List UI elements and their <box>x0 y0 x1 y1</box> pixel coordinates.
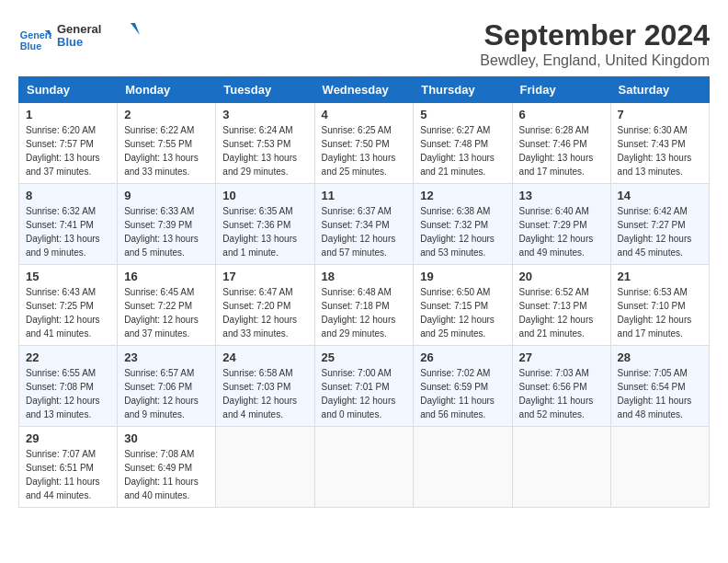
day-info: Sunrise: 6:32 AM Sunset: 7:41 PM Dayligh… <box>26 204 110 259</box>
page-header: General Blue General Blue September 2024… <box>18 18 710 69</box>
week-row-2: 8 Sunrise: 6:32 AM Sunset: 7:41 PM Dayli… <box>19 184 710 265</box>
day-info: Sunrise: 6:48 AM Sunset: 7:18 PM Dayligh… <box>322 285 407 340</box>
logo: General Blue General Blue <box>18 18 140 59</box>
day-info: Sunrise: 6:22 AM Sunset: 7:55 PM Dayligh… <box>124 123 209 178</box>
col-tuesday: Tuesday <box>216 77 314 103</box>
day-number: 5 <box>420 108 505 121</box>
day-number: 11 <box>322 189 407 202</box>
day-info: Sunrise: 6:35 AM Sunset: 7:36 PM Dayligh… <box>222 204 307 259</box>
table-row <box>414 427 512 508</box>
day-info: Sunrise: 6:52 AM Sunset: 7:13 PM Dayligh… <box>519 285 604 340</box>
day-number: 23 <box>124 350 209 364</box>
day-number: 9 <box>124 189 209 202</box>
day-info: Sunrise: 6:45 AM Sunset: 7:22 PM Dayligh… <box>124 285 209 340</box>
day-info: Sunrise: 6:50 AM Sunset: 7:15 PM Dayligh… <box>420 285 505 340</box>
table-row: 19 Sunrise: 6:50 AM Sunset: 7:15 PM Dayl… <box>414 265 512 346</box>
calendar-table: Sunday Monday Tuesday Wednesday Thursday… <box>18 76 710 508</box>
week-row-5: 29 Sunrise: 7:07 AM Sunset: 6:51 PM Dayl… <box>19 427 710 508</box>
table-row: 14 Sunrise: 6:42 AM Sunset: 7:27 PM Dayl… <box>610 184 709 265</box>
day-number: 3 <box>222 108 307 121</box>
table-row: 12 Sunrise: 6:38 AM Sunset: 7:32 PM Dayl… <box>414 184 512 265</box>
day-number: 27 <box>519 350 604 364</box>
col-thursday: Thursday <box>414 77 512 103</box>
table-row: 8 Sunrise: 6:32 AM Sunset: 7:41 PM Dayli… <box>19 184 118 265</box>
col-monday: Monday <box>118 77 216 103</box>
day-number: 16 <box>124 270 209 283</box>
table-row: 6 Sunrise: 6:28 AM Sunset: 7:46 PM Dayli… <box>512 103 610 184</box>
day-info: Sunrise: 7:00 AM Sunset: 7:01 PM Dayligh… <box>322 366 407 421</box>
table-row: 3 Sunrise: 6:24 AM Sunset: 7:53 PM Dayli… <box>216 103 314 184</box>
day-number: 21 <box>618 270 702 283</box>
day-number: 19 <box>420 270 505 283</box>
svg-text:General: General <box>57 22 101 36</box>
day-info: Sunrise: 6:47 AM Sunset: 7:20 PM Dayligh… <box>222 285 307 340</box>
day-number: 8 <box>26 189 110 202</box>
day-number: 6 <box>519 108 604 121</box>
week-row-4: 22 Sunrise: 6:55 AM Sunset: 7:08 PM Dayl… <box>19 346 710 427</box>
day-number: 22 <box>26 350 110 364</box>
day-number: 30 <box>124 431 209 445</box>
table-row: 22 Sunrise: 6:55 AM Sunset: 7:08 PM Dayl… <box>19 346 118 427</box>
day-info: Sunrise: 7:05 AM Sunset: 6:54 PM Dayligh… <box>618 366 702 421</box>
svg-text:Blue: Blue <box>57 35 83 49</box>
table-row: 10 Sunrise: 6:35 AM Sunset: 7:36 PM Dayl… <box>216 184 314 265</box>
table-row: 29 Sunrise: 7:07 AM Sunset: 6:51 PM Dayl… <box>19 427 118 508</box>
table-row: 7 Sunrise: 6:30 AM Sunset: 7:43 PM Dayli… <box>610 103 709 184</box>
day-info: Sunrise: 6:42 AM Sunset: 7:27 PM Dayligh… <box>618 204 702 259</box>
day-info: Sunrise: 6:37 AM Sunset: 7:34 PM Dayligh… <box>322 204 407 259</box>
table-row: 21 Sunrise: 6:53 AM Sunset: 7:10 PM Dayl… <box>610 265 709 346</box>
title-block: September 2024 Bewdley, England, United … <box>480 18 710 69</box>
table-row: 20 Sunrise: 6:52 AM Sunset: 7:13 PM Dayl… <box>512 265 610 346</box>
table-row: 1 Sunrise: 6:20 AM Sunset: 7:57 PM Dayli… <box>19 103 118 184</box>
col-saturday: Saturday <box>610 77 709 103</box>
day-info: Sunrise: 7:02 AM Sunset: 6:59 PM Dayligh… <box>420 366 505 421</box>
day-number: 25 <box>322 350 407 364</box>
table-row: 28 Sunrise: 7:05 AM Sunset: 6:54 PM Dayl… <box>610 346 709 427</box>
table-row: 17 Sunrise: 6:47 AM Sunset: 7:20 PM Dayl… <box>216 265 314 346</box>
svg-marker-5 <box>131 23 140 35</box>
day-number: 4 <box>322 108 407 121</box>
table-row <box>314 427 414 508</box>
table-row: 27 Sunrise: 7:03 AM Sunset: 6:56 PM Dayl… <box>512 346 610 427</box>
week-row-1: 1 Sunrise: 6:20 AM Sunset: 7:57 PM Dayli… <box>19 103 710 184</box>
day-number: 28 <box>618 350 702 364</box>
day-number: 12 <box>420 189 505 202</box>
day-number: 14 <box>618 189 702 202</box>
table-row: 9 Sunrise: 6:33 AM Sunset: 7:39 PM Dayli… <box>118 184 216 265</box>
table-row: 15 Sunrise: 6:43 AM Sunset: 7:25 PM Dayl… <box>19 265 118 346</box>
week-row-3: 15 Sunrise: 6:43 AM Sunset: 7:25 PM Dayl… <box>19 265 710 346</box>
day-number: 15 <box>26 270 110 283</box>
table-row: 18 Sunrise: 6:48 AM Sunset: 7:18 PM Dayl… <box>314 265 414 346</box>
table-row: 13 Sunrise: 6:40 AM Sunset: 7:29 PM Dayl… <box>512 184 610 265</box>
day-number: 1 <box>26 108 110 121</box>
day-info: Sunrise: 6:53 AM Sunset: 7:10 PM Dayligh… <box>618 285 702 340</box>
day-info: Sunrise: 6:57 AM Sunset: 7:06 PM Dayligh… <box>124 366 209 421</box>
day-info: Sunrise: 6:30 AM Sunset: 7:43 PM Dayligh… <box>618 123 702 178</box>
page-title: September 2024 <box>480 18 710 52</box>
page-subtitle: Bewdley, England, United Kingdom <box>480 52 710 69</box>
table-row: 16 Sunrise: 6:45 AM Sunset: 7:22 PM Dayl… <box>118 265 216 346</box>
table-row <box>610 427 709 508</box>
table-row: 25 Sunrise: 7:00 AM Sunset: 7:01 PM Dayl… <box>314 346 414 427</box>
day-number: 13 <box>519 189 604 202</box>
col-friday: Friday <box>512 77 610 103</box>
day-info: Sunrise: 7:03 AM Sunset: 6:56 PM Dayligh… <box>519 366 604 421</box>
table-row: 24 Sunrise: 6:58 AM Sunset: 7:03 PM Dayl… <box>216 346 314 427</box>
day-number: 7 <box>618 108 702 121</box>
day-number: 2 <box>124 108 209 121</box>
day-info: Sunrise: 6:25 AM Sunset: 7:50 PM Dayligh… <box>322 123 407 178</box>
table-row: 11 Sunrise: 6:37 AM Sunset: 7:34 PM Dayl… <box>314 184 414 265</box>
day-info: Sunrise: 6:33 AM Sunset: 7:39 PM Dayligh… <box>124 204 209 259</box>
col-wednesday: Wednesday <box>314 77 414 103</box>
table-row: 23 Sunrise: 6:57 AM Sunset: 7:06 PM Dayl… <box>118 346 216 427</box>
day-number: 18 <box>322 270 407 283</box>
day-info: Sunrise: 6:55 AM Sunset: 7:08 PM Dayligh… <box>26 366 110 421</box>
day-number: 29 <box>26 431 110 445</box>
table-row: 30 Sunrise: 7:08 AM Sunset: 6:49 PM Dayl… <box>118 427 216 508</box>
table-row: 2 Sunrise: 6:22 AM Sunset: 7:55 PM Dayli… <box>118 103 216 184</box>
day-number: 10 <box>222 189 307 202</box>
table-row: 5 Sunrise: 6:27 AM Sunset: 7:48 PM Dayli… <box>414 103 512 184</box>
day-number: 17 <box>222 270 307 283</box>
day-info: Sunrise: 6:38 AM Sunset: 7:32 PM Dayligh… <box>420 204 505 259</box>
logo-svg: General Blue <box>57 18 140 55</box>
